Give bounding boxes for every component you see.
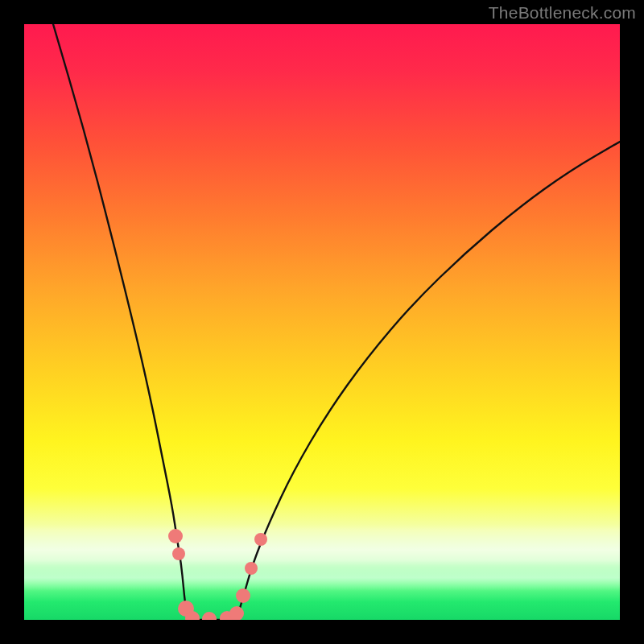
series-right-curve: [237, 142, 620, 620]
marker-8: [245, 562, 258, 575]
chart-frame: TheBottleneck.com: [0, 0, 644, 644]
marker-7: [236, 588, 250, 603]
marker-4: [202, 612, 217, 620]
watermark-text: TheBottleneck.com: [489, 3, 636, 23]
marker-1: [172, 547, 185, 560]
series-left-curve: [53, 24, 190, 620]
curve-layer: [24, 24, 620, 620]
marker-6: [229, 606, 244, 620]
marker-0: [168, 529, 183, 543]
marker-9: [254, 533, 267, 546]
